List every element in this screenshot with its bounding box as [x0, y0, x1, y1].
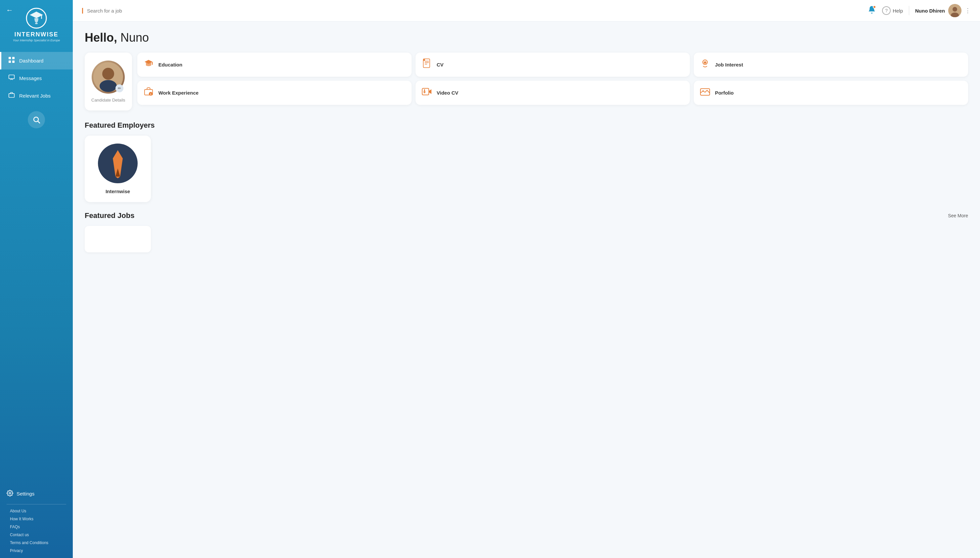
sidebar-link-faqs[interactable]: FAQs [0, 523, 73, 531]
user-menu-dots[interactable]: ⋮ [965, 7, 971, 14]
sidebar-item-relevant-jobs[interactable]: Relevant Jobs [0, 87, 73, 105]
logo-subtitle: Your Internship Specialist in Europe [13, 39, 60, 42]
logo-area: INTERNWISE Your Internship Specialist in… [13, 7, 60, 42]
work-experience-icon: 1 [143, 87, 154, 98]
featured-jobs-header: Featured Jobs See More [85, 212, 968, 220]
relevant-jobs-nav-label: Relevant Jobs [19, 93, 51, 98]
search-circle-button[interactable] [28, 111, 45, 128]
svg-rect-9 [9, 94, 15, 98]
relevant-jobs-nav-icon [8, 92, 15, 100]
sidebar-link-how-it-works[interactable]: How It Works [0, 515, 73, 523]
sidebar: ← INTERNWISE Your Internship Specialist … [0, 0, 73, 558]
education-icon [143, 59, 154, 71]
greeting-name: Nuno [117, 31, 149, 44]
dashboard-nav-icon [8, 57, 15, 65]
nav-container: DashboardMessagesRelevant Jobs [0, 52, 73, 105]
profile-card-label: Candidate Details [91, 98, 125, 103]
sidebar-links: About UsHow It WorksFAQsContact usTerms … [0, 507, 73, 555]
see-more-jobs[interactable]: See More [948, 213, 968, 218]
messages-nav-label: Messages [19, 75, 42, 81]
svg-rect-20 [152, 62, 153, 65]
sidebar-divider [7, 504, 66, 504]
profile-cards-row: ✏ Candidate Details EducationCVJob Inter… [85, 53, 968, 110]
svg-rect-3 [35, 23, 38, 24]
employer-logo-internwise [98, 144, 138, 183]
svg-line-11 [38, 121, 40, 123]
employers-row: Internwise [85, 136, 968, 202]
sidebar-link-contact-us[interactable]: Contact us [0, 531, 73, 539]
content-area: Hello, Nuno ✏ Candidate De [73, 21, 980, 558]
feature-card-education[interactable]: Education [137, 53, 412, 77]
portfolio-label: Porfolio [715, 90, 734, 95]
svg-rect-7 [12, 61, 15, 63]
profile-edit-button[interactable]: ✏ [115, 84, 123, 92]
featured-jobs-title: Featured Jobs [85, 212, 134, 220]
feature-card-video-cv[interactable]: Video CV [415, 81, 690, 105]
featured-jobs-row [85, 226, 968, 253]
settings-icon [7, 490, 13, 497]
sidebar-item-dashboard[interactable]: Dashboard [0, 52, 73, 69]
profile-card[interactable]: ✏ Candidate Details [85, 53, 132, 110]
feature-card-job-interest[interactable]: Job Interest [694, 53, 968, 77]
dashboard-nav-label: Dashboard [19, 58, 43, 64]
settings-item[interactable]: Settings [0, 486, 73, 501]
profile-photo-wrap: ✏ [92, 61, 125, 94]
sidebar-bottom: Settings About UsHow It WorksFAQsContact… [0, 486, 73, 558]
featured-employers-title: Featured Employers [85, 121, 968, 130]
logo-text: INTERNWISE [14, 31, 58, 38]
video-cv-label: Video CV [437, 90, 458, 95]
svg-rect-8 [9, 75, 15, 79]
svg-point-33 [703, 90, 704, 92]
job-interest-label: Job Interest [715, 62, 743, 67]
user-area[interactable]: Nuno Dhiren ⋮ [915, 4, 971, 17]
help-button[interactable]: ? Help [882, 6, 903, 15]
header: ? Help Nuno Dhiren ⋮ [73, 0, 980, 21]
svg-rect-4 [8, 57, 11, 59]
settings-label: Settings [16, 491, 34, 496]
feature-cards-grid: EducationCVJob Interest1Work ExperienceV… [137, 53, 968, 105]
sidebar-item-messages[interactable]: Messages [0, 69, 73, 87]
header-divider [909, 6, 909, 15]
svg-point-14 [952, 7, 957, 11]
main-area: ? Help Nuno Dhiren ⋮ Hello, [73, 0, 980, 558]
portfolio-icon [699, 87, 711, 98]
svg-rect-2 [41, 15, 42, 19]
feature-card-work-experience[interactable]: 1Work Experience [137, 81, 412, 105]
help-label: Help [893, 8, 903, 13]
logo-icon [25, 7, 48, 30]
user-name: Nuno Dhiren [915, 8, 945, 13]
svg-point-18 [100, 80, 117, 92]
video-cv-icon [421, 87, 433, 98]
notification-button[interactable] [867, 5, 876, 16]
help-icon: ? [882, 6, 891, 15]
greeting-bold: Hello, [85, 31, 117, 44]
svg-text:1: 1 [150, 93, 151, 95]
svg-point-17 [102, 68, 114, 80]
svg-rect-5 [12, 57, 15, 59]
search-bar[interactable] [82, 8, 862, 13]
sidebar-link-about-us[interactable]: About Us [0, 507, 73, 515]
cv-label: CV [437, 62, 444, 67]
search-input[interactable] [87, 8, 862, 13]
greeting: Hello, Nuno [85, 31, 968, 45]
sidebar-link-terms-and-conditions[interactable]: Terms and Conditions [0, 539, 73, 547]
messages-nav-icon [8, 74, 15, 82]
job-card-placeholder[interactable] [85, 226, 151, 253]
svg-point-25 [423, 59, 425, 61]
svg-point-12 [9, 492, 11, 494]
sidebar-link-privacy[interactable]: Privacy [0, 547, 73, 555]
cv-icon [421, 59, 433, 71]
feature-card-cv[interactable]: CV [415, 53, 690, 77]
job-interest-icon [699, 59, 711, 71]
employer-card-internwise[interactable]: Internwise [85, 136, 151, 202]
svg-marker-31 [429, 89, 432, 94]
employer-name-internwise: Internwise [105, 189, 130, 194]
work-experience-label: Work Experience [159, 90, 199, 95]
education-label: Education [159, 62, 183, 67]
back-button[interactable]: ← [6, 6, 13, 15]
header-right: ? Help Nuno Dhiren ⋮ [867, 4, 971, 17]
avatar [948, 4, 962, 17]
feature-card-portfolio[interactable]: Porfolio [694, 81, 968, 105]
svg-rect-6 [8, 61, 11, 63]
